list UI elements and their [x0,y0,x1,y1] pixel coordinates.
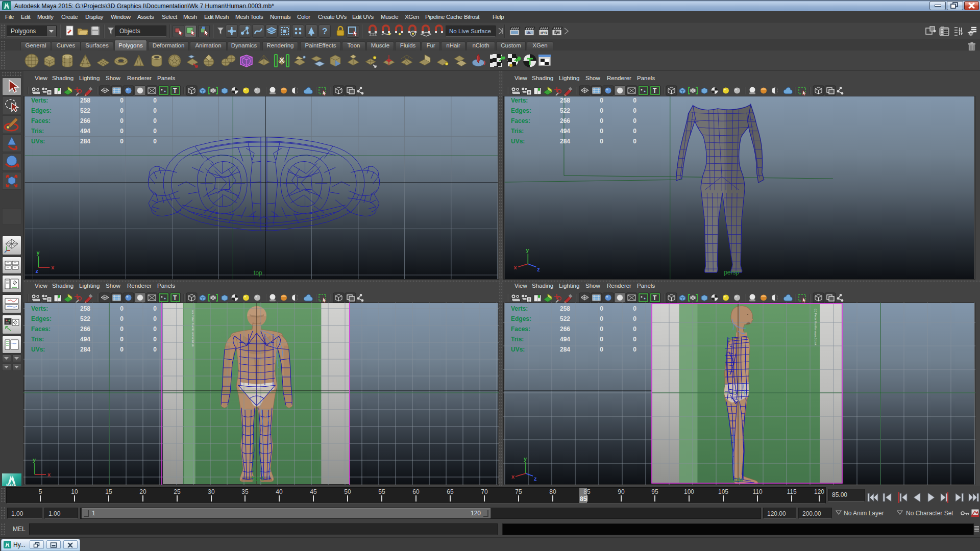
svg-text:front: front [251,475,264,482]
svg-text:T: T [653,87,657,94]
svg-text:persp: persp [724,269,739,276]
svg-text:top: top [254,269,262,277]
svg-text:y: y [36,249,40,256]
svg-text:y: y [524,456,527,462]
svg-text:T: T [173,294,177,302]
svg-text:IPR: IPR [541,31,548,35]
svg-text:z: z [35,268,38,274]
svg-text:?: ? [322,27,327,36]
svg-text:x: x [51,264,54,270]
svg-text:side: side [732,477,743,484]
svg-text:(c) Peter Kurillo www.3d.sk: (c) Peter Kurillo www.3d.sk [814,309,817,346]
svg-text:x: x [511,473,515,480]
svg-text:(c) Peter Kurillo www.3d.sk: (c) Peter Kurillo www.3d.sk [191,310,194,347]
svg-text:z: z [534,475,537,482]
svg-text:y: y [526,247,529,253]
svg-text:z: z [537,266,540,272]
svg-text:x: x [47,471,51,478]
svg-text:x: x [513,264,517,270]
svg-text:T: T [653,294,657,302]
svg-text:T: T [173,87,177,94]
svg-text:y: y [33,457,36,463]
